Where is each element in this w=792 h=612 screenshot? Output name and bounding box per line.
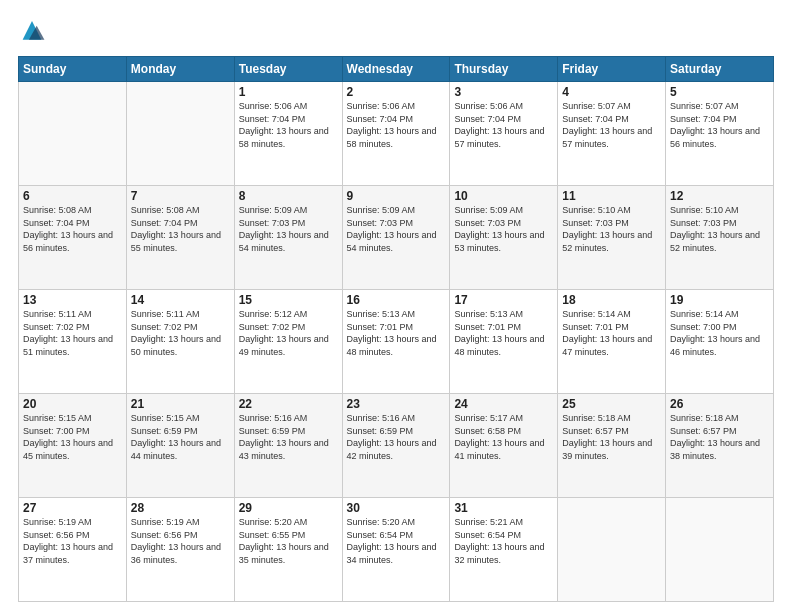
day-cell: 29Sunrise: 5:20 AM Sunset: 6:55 PM Dayli… bbox=[234, 498, 342, 602]
day-number: 19 bbox=[670, 293, 769, 307]
day-cell: 9Sunrise: 5:09 AM Sunset: 7:03 PM Daylig… bbox=[342, 186, 450, 290]
day-number: 29 bbox=[239, 501, 338, 515]
week-row-5: 27Sunrise: 5:19 AM Sunset: 6:56 PM Dayli… bbox=[19, 498, 774, 602]
day-info: Sunrise: 5:08 AM Sunset: 7:04 PM Dayligh… bbox=[131, 204, 230, 254]
weekday-header-row: SundayMondayTuesdayWednesdayThursdayFrid… bbox=[19, 57, 774, 82]
day-number: 27 bbox=[23, 501, 122, 515]
day-info: Sunrise: 5:14 AM Sunset: 7:00 PM Dayligh… bbox=[670, 308, 769, 358]
day-cell: 25Sunrise: 5:18 AM Sunset: 6:57 PM Dayli… bbox=[558, 394, 666, 498]
day-cell: 6Sunrise: 5:08 AM Sunset: 7:04 PM Daylig… bbox=[19, 186, 127, 290]
day-number: 15 bbox=[239, 293, 338, 307]
day-cell: 30Sunrise: 5:20 AM Sunset: 6:54 PM Dayli… bbox=[342, 498, 450, 602]
day-info: Sunrise: 5:07 AM Sunset: 7:04 PM Dayligh… bbox=[670, 100, 769, 150]
day-number: 1 bbox=[239, 85, 338, 99]
day-number: 11 bbox=[562, 189, 661, 203]
day-info: Sunrise: 5:11 AM Sunset: 7:02 PM Dayligh… bbox=[23, 308, 122, 358]
day-number: 16 bbox=[347, 293, 446, 307]
day-cell: 16Sunrise: 5:13 AM Sunset: 7:01 PM Dayli… bbox=[342, 290, 450, 394]
logo bbox=[18, 18, 50, 46]
day-number: 12 bbox=[670, 189, 769, 203]
day-info: Sunrise: 5:07 AM Sunset: 7:04 PM Dayligh… bbox=[562, 100, 661, 150]
day-cell: 7Sunrise: 5:08 AM Sunset: 7:04 PM Daylig… bbox=[126, 186, 234, 290]
day-cell: 19Sunrise: 5:14 AM Sunset: 7:00 PM Dayli… bbox=[666, 290, 774, 394]
day-cell: 14Sunrise: 5:11 AM Sunset: 7:02 PM Dayli… bbox=[126, 290, 234, 394]
day-cell: 18Sunrise: 5:14 AM Sunset: 7:01 PM Dayli… bbox=[558, 290, 666, 394]
day-number: 4 bbox=[562, 85, 661, 99]
week-row-3: 13Sunrise: 5:11 AM Sunset: 7:02 PM Dayli… bbox=[19, 290, 774, 394]
day-cell bbox=[19, 82, 127, 186]
day-number: 18 bbox=[562, 293, 661, 307]
day-cell: 2Sunrise: 5:06 AM Sunset: 7:04 PM Daylig… bbox=[342, 82, 450, 186]
week-row-4: 20Sunrise: 5:15 AM Sunset: 7:00 PM Dayli… bbox=[19, 394, 774, 498]
day-info: Sunrise: 5:16 AM Sunset: 6:59 PM Dayligh… bbox=[239, 412, 338, 462]
day-info: Sunrise: 5:17 AM Sunset: 6:58 PM Dayligh… bbox=[454, 412, 553, 462]
day-cell: 31Sunrise: 5:21 AM Sunset: 6:54 PM Dayli… bbox=[450, 498, 558, 602]
day-number: 21 bbox=[131, 397, 230, 411]
day-cell: 8Sunrise: 5:09 AM Sunset: 7:03 PM Daylig… bbox=[234, 186, 342, 290]
day-number: 9 bbox=[347, 189, 446, 203]
day-number: 25 bbox=[562, 397, 661, 411]
day-info: Sunrise: 5:15 AM Sunset: 6:59 PM Dayligh… bbox=[131, 412, 230, 462]
day-number: 10 bbox=[454, 189, 553, 203]
day-info: Sunrise: 5:14 AM Sunset: 7:01 PM Dayligh… bbox=[562, 308, 661, 358]
day-info: Sunrise: 5:08 AM Sunset: 7:04 PM Dayligh… bbox=[23, 204, 122, 254]
day-cell: 22Sunrise: 5:16 AM Sunset: 6:59 PM Dayli… bbox=[234, 394, 342, 498]
day-number: 17 bbox=[454, 293, 553, 307]
day-cell: 24Sunrise: 5:17 AM Sunset: 6:58 PM Dayli… bbox=[450, 394, 558, 498]
day-number: 26 bbox=[670, 397, 769, 411]
page: SundayMondayTuesdayWednesdayThursdayFrid… bbox=[0, 0, 792, 612]
day-cell: 1Sunrise: 5:06 AM Sunset: 7:04 PM Daylig… bbox=[234, 82, 342, 186]
weekday-header-sunday: Sunday bbox=[19, 57, 127, 82]
day-number: 14 bbox=[131, 293, 230, 307]
day-number: 28 bbox=[131, 501, 230, 515]
day-cell bbox=[666, 498, 774, 602]
day-number: 23 bbox=[347, 397, 446, 411]
day-number: 13 bbox=[23, 293, 122, 307]
day-cell: 27Sunrise: 5:19 AM Sunset: 6:56 PM Dayli… bbox=[19, 498, 127, 602]
day-number: 20 bbox=[23, 397, 122, 411]
day-info: Sunrise: 5:11 AM Sunset: 7:02 PM Dayligh… bbox=[131, 308, 230, 358]
day-cell bbox=[558, 498, 666, 602]
calendar-table: SundayMondayTuesdayWednesdayThursdayFrid… bbox=[18, 56, 774, 602]
day-info: Sunrise: 5:21 AM Sunset: 6:54 PM Dayligh… bbox=[454, 516, 553, 566]
day-number: 30 bbox=[347, 501, 446, 515]
day-info: Sunrise: 5:20 AM Sunset: 6:54 PM Dayligh… bbox=[347, 516, 446, 566]
day-cell: 4Sunrise: 5:07 AM Sunset: 7:04 PM Daylig… bbox=[558, 82, 666, 186]
day-cell: 10Sunrise: 5:09 AM Sunset: 7:03 PM Dayli… bbox=[450, 186, 558, 290]
day-number: 24 bbox=[454, 397, 553, 411]
day-cell: 26Sunrise: 5:18 AM Sunset: 6:57 PM Dayli… bbox=[666, 394, 774, 498]
day-info: Sunrise: 5:09 AM Sunset: 7:03 PM Dayligh… bbox=[347, 204, 446, 254]
day-info: Sunrise: 5:06 AM Sunset: 7:04 PM Dayligh… bbox=[454, 100, 553, 150]
day-info: Sunrise: 5:09 AM Sunset: 7:03 PM Dayligh… bbox=[454, 204, 553, 254]
day-info: Sunrise: 5:09 AM Sunset: 7:03 PM Dayligh… bbox=[239, 204, 338, 254]
weekday-header-tuesday: Tuesday bbox=[234, 57, 342, 82]
day-cell: 5Sunrise: 5:07 AM Sunset: 7:04 PM Daylig… bbox=[666, 82, 774, 186]
day-number: 6 bbox=[23, 189, 122, 203]
day-cell: 15Sunrise: 5:12 AM Sunset: 7:02 PM Dayli… bbox=[234, 290, 342, 394]
day-info: Sunrise: 5:06 AM Sunset: 7:04 PM Dayligh… bbox=[347, 100, 446, 150]
day-number: 7 bbox=[131, 189, 230, 203]
day-cell bbox=[126, 82, 234, 186]
day-info: Sunrise: 5:19 AM Sunset: 6:56 PM Dayligh… bbox=[23, 516, 122, 566]
day-number: 8 bbox=[239, 189, 338, 203]
weekday-header-wednesday: Wednesday bbox=[342, 57, 450, 82]
weekday-header-thursday: Thursday bbox=[450, 57, 558, 82]
header bbox=[18, 18, 774, 46]
day-cell: 20Sunrise: 5:15 AM Sunset: 7:00 PM Dayli… bbox=[19, 394, 127, 498]
day-info: Sunrise: 5:16 AM Sunset: 6:59 PM Dayligh… bbox=[347, 412, 446, 462]
day-info: Sunrise: 5:12 AM Sunset: 7:02 PM Dayligh… bbox=[239, 308, 338, 358]
weekday-header-saturday: Saturday bbox=[666, 57, 774, 82]
day-cell: 17Sunrise: 5:13 AM Sunset: 7:01 PM Dayli… bbox=[450, 290, 558, 394]
day-number: 22 bbox=[239, 397, 338, 411]
day-info: Sunrise: 5:18 AM Sunset: 6:57 PM Dayligh… bbox=[562, 412, 661, 462]
day-info: Sunrise: 5:19 AM Sunset: 6:56 PM Dayligh… bbox=[131, 516, 230, 566]
day-cell: 28Sunrise: 5:19 AM Sunset: 6:56 PM Dayli… bbox=[126, 498, 234, 602]
day-number: 2 bbox=[347, 85, 446, 99]
day-info: Sunrise: 5:10 AM Sunset: 7:03 PM Dayligh… bbox=[670, 204, 769, 254]
day-info: Sunrise: 5:13 AM Sunset: 7:01 PM Dayligh… bbox=[454, 308, 553, 358]
day-number: 3 bbox=[454, 85, 553, 99]
day-info: Sunrise: 5:15 AM Sunset: 7:00 PM Dayligh… bbox=[23, 412, 122, 462]
day-number: 31 bbox=[454, 501, 553, 515]
day-cell: 23Sunrise: 5:16 AM Sunset: 6:59 PM Dayli… bbox=[342, 394, 450, 498]
day-info: Sunrise: 5:10 AM Sunset: 7:03 PM Dayligh… bbox=[562, 204, 661, 254]
